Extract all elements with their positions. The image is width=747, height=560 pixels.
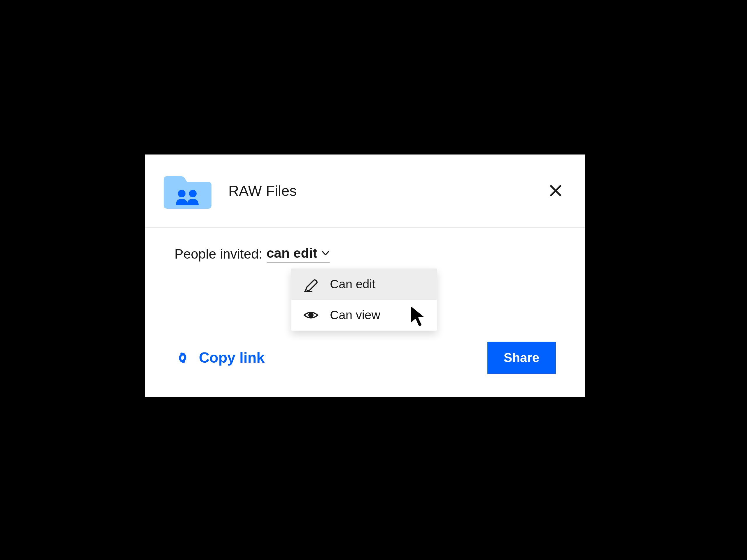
permissions-label: People invited: <box>175 246 262 262</box>
dropdown-option-can-view[interactable]: Can view <box>291 300 437 330</box>
permissions-dropdown: Can edit Can view <box>291 268 437 331</box>
dialog-header: RAW Files <box>145 155 585 228</box>
close-button[interactable] <box>547 182 564 200</box>
dialog-title: RAW Files <box>228 183 547 199</box>
shared-folder-icon <box>161 172 214 210</box>
dropdown-option-can-edit[interactable]: Can edit <box>291 269 437 300</box>
share-dialog: RAW Files People invited: can edit <box>145 155 585 397</box>
permissions-select[interactable]: can edit <box>266 245 330 263</box>
dialog-footer: Copy link Share <box>145 342 585 397</box>
dropdown-option-label: Can edit <box>330 277 376 291</box>
dropdown-option-label: Can view <box>330 308 380 322</box>
pencil-icon <box>303 276 319 292</box>
chevron-down-icon <box>321 250 330 256</box>
svg-point-1 <box>189 190 197 197</box>
svg-point-3 <box>308 313 314 318</box>
copy-link-button[interactable]: Copy link <box>175 349 264 366</box>
link-icon <box>175 349 191 366</box>
dialog-body: People invited: can edit Can edit <box>145 228 585 342</box>
share-button[interactable]: Share <box>487 342 556 374</box>
copy-link-label: Copy link <box>199 349 264 366</box>
eye-icon <box>303 307 319 323</box>
svg-point-0 <box>178 190 185 197</box>
permissions-row: People invited: can edit <box>175 245 556 263</box>
permissions-selected-value: can edit <box>266 245 317 261</box>
close-icon <box>549 184 562 198</box>
